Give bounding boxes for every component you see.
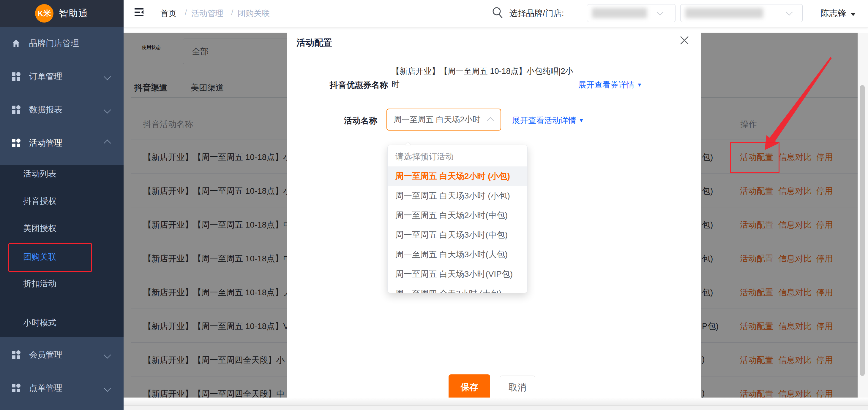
breadcrumb-home[interactable]: 首页 <box>160 8 177 19</box>
breadcrumb-activity-mgmt[interactable]: 活动管理 <box>191 8 223 19</box>
dialog-title: 活动配置 <box>297 37 332 49</box>
redacted-brand-value <box>592 8 647 18</box>
chevron-down-icon <box>657 9 663 16</box>
chevron-down-icon <box>104 384 111 391</box>
expand-coupon-details-link[interactable]: 展开查看券详情▼ <box>578 79 642 90</box>
vertical-scrollbar-track[interactable] <box>858 33 868 399</box>
dropdown-notch <box>405 142 411 145</box>
sidebar-subitem-2[interactable]: 美团授权 <box>0 219 124 237</box>
sidebar-subitem-0[interactable]: 活动列表 <box>0 165 124 183</box>
sidebar-subitem-1[interactable]: 抖音授权 <box>0 192 124 210</box>
sidebar-subitem-label: 抖音授权 <box>23 196 57 207</box>
app-logo: K米 智助通 <box>0 0 124 27</box>
activity-name-label: 活动名称 <box>327 115 377 126</box>
grid-icon <box>11 350 21 360</box>
sidebar-item-2[interactable]: 数据报表 <box>0 98 124 122</box>
app-root: 使用状态 全部 抖音渠道 美团渠道 抖音活动名称 操作 【新店开业】【周一至周五… <box>0 0 868 410</box>
activity-dropdown: 请选择预订活动周一至周五 白天场2小时 (小包)周一至周五 白天场3小时 (小包… <box>388 145 528 293</box>
dropdown-option-6[interactable]: 周一至周五 白天场3小时(VIP包) <box>388 264 527 284</box>
sidebar-item-label: 会员管理 <box>29 349 62 361</box>
page-bottom-strip <box>124 398 868 410</box>
grid-icon <box>11 105 21 114</box>
dropdown-option-3[interactable]: 周一至周五 白天场2小时(中包) <box>388 206 527 225</box>
grid-icon <box>11 383 21 393</box>
sidebar-item-b0[interactable]: 会员管理 <box>0 343 124 367</box>
sidebar-subitem-label: 活动列表 <box>23 168 57 179</box>
user-menu-caret-icon[interactable] <box>851 13 856 16</box>
grid-icon <box>11 72 21 81</box>
cancel-button[interactable]: 取消 <box>500 376 535 399</box>
triangle-down-icon: ▼ <box>637 82 642 88</box>
dropdown-option-2[interactable]: 周一至周五 白天场3小时 (小包) <box>388 186 527 206</box>
breadcrumb-separator: / <box>185 8 187 17</box>
brand-select[interactable] <box>587 4 676 22</box>
breadcrumb-group-link: 团购关联 <box>238 8 270 19</box>
sidebar-item-label: 订单管理 <box>29 71 62 82</box>
brand-logo-icon: K米 <box>35 4 54 23</box>
sidebar-item-b1[interactable]: 点单管理 <box>0 376 124 400</box>
chevron-down-icon <box>104 351 111 358</box>
annotation-red-box-action <box>730 142 779 173</box>
chevron-up-icon <box>487 117 494 124</box>
chevron-down-icon <box>104 106 111 113</box>
sidebar-item-0[interactable]: 品牌门店管理 <box>0 31 124 55</box>
expand-activity-details-link[interactable]: 展开查看活动详情▼ <box>512 115 584 126</box>
username[interactable]: 陈志锋 <box>820 7 846 19</box>
dropdown-option-5[interactable]: 周一至周五 白天场3小时(大包) <box>388 245 527 264</box>
search-icon[interactable] <box>491 6 504 19</box>
sidebar-item-3[interactable]: 活动管理 <box>0 131 124 155</box>
sidebar-subitem-label: 小时模式 <box>23 317 57 329</box>
chevron-down-icon <box>786 9 793 16</box>
coupon-name-label: 抖音优惠券名称 <box>311 79 388 91</box>
sidebar-item-label: 数据报表 <box>29 104 62 115</box>
coupon-name-value: 【新店开业】【周一至周五 10-18点】小包纯唱|2小时 <box>392 65 576 91</box>
sidebar-subitem-label: 美团授权 <box>23 223 57 234</box>
activity-select[interactable]: 周一至周五 白天场2小时 <box>386 109 501 131</box>
vertical-scrollbar-thumb[interactable] <box>860 85 865 376</box>
topbar: 首页 / 活动管理 / 团购关联 选择品牌/门店: 陈志锋 <box>124 0 868 28</box>
sidebar-item-label: 品牌门店管理 <box>29 38 79 49</box>
chevron-down-icon <box>104 73 111 80</box>
breadcrumb-separator: / <box>231 8 233 17</box>
sidebar-subitem-label: 折扣活动 <box>23 278 57 289</box>
sidebar-item-1[interactable]: 订单管理 <box>0 65 124 89</box>
save-button[interactable]: 保存 <box>448 374 490 400</box>
chevron-up-icon <box>104 139 111 146</box>
collapse-sidebar-icon[interactable] <box>134 8 144 20</box>
store-select[interactable] <box>680 4 803 22</box>
dropdown-option-1[interactable]: 周一至周五 白天场2小时 (小包) <box>388 166 527 186</box>
redacted-store-value <box>685 8 763 18</box>
dropdown-option-0[interactable]: 请选择预订活动 <box>388 147 527 166</box>
activity-select-value: 周一至周五 白天场2小时 <box>394 114 483 125</box>
dropdown-option-7[interactable]: 周一至周四 全天3小时 (大包) <box>388 284 527 293</box>
sidebar: K米 智助通 品牌门店管理 订单管理 数据报表 活动管理活动列表抖音授权美团授权… <box>0 0 124 410</box>
close-icon[interactable] <box>678 34 691 47</box>
annotation-red-box-sidebar <box>8 243 92 272</box>
store-picker-label: 选择品牌/门店: <box>509 8 564 19</box>
dropdown-option-4[interactable]: 周一至周五 白天场3小时(中包) <box>388 225 527 245</box>
triangle-down-icon: ▼ <box>579 117 584 124</box>
grid-icon <box>11 138 21 148</box>
sidebar-subitem-5[interactable]: 小时模式 <box>0 314 124 332</box>
app-title: 智助通 <box>59 7 88 20</box>
sidebar-subitem-4[interactable]: 折扣活动 <box>0 275 124 293</box>
sidebar-item-label: 活动管理 <box>29 137 62 149</box>
home-icon <box>11 39 21 48</box>
sidebar-item-label: 点单管理 <box>29 382 62 394</box>
